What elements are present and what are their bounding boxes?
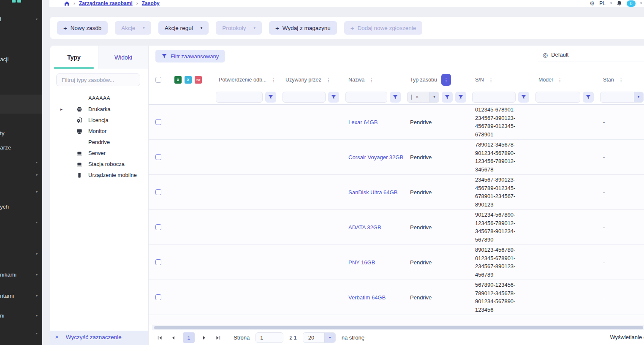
row-checkbox[interactable] — [155, 224, 161, 230]
sidebar-item[interactable]: ntami ▾ — [0, 293, 42, 301]
sidebar-item[interactable]: ▾ — [0, 219, 42, 228]
column-menu-icon[interactable]: ⋮ — [369, 77, 375, 83]
export-csv-icon[interactable]: X — [185, 76, 192, 84]
sidebar-item[interactable]: ▾ — [0, 330, 42, 339]
column-menu-icon[interactable]: ⋮ — [326, 77, 332, 83]
asset-name-link[interactable]: PNY 16GB — [348, 259, 375, 266]
next-page-button[interactable] — [201, 334, 208, 342]
current-page-button[interactable]: 1 — [183, 332, 195, 343]
clear-filter-button-typ-zasobu[interactable] — [455, 92, 466, 103]
sidebar-item[interactable]: ty — [0, 130, 42, 139]
first-page-button[interactable] — [156, 334, 163, 342]
column-menu-icon[interactable]: ⋮ — [557, 77, 563, 83]
column-header-stan[interactable]: Stan — [603, 77, 614, 83]
column-header-typ-zasobu[interactable]: Typ zasobu — [410, 77, 437, 83]
filter-input-uzywany-przez[interactable] — [283, 92, 326, 103]
chevron-down-icon[interactable]: ▾ — [429, 92, 439, 102]
chevron-down-icon[interactable]: ▾ — [634, 92, 643, 102]
tree-item-licencja[interactable]: Licencja — [50, 115, 148, 126]
column-menu-active-button[interactable]: ⋮ — [441, 74, 451, 86]
filter-button-uzywany-przez[interactable] — [328, 92, 339, 103]
sidebar-item[interactable]: ▾ — [0, 251, 42, 259]
filter-input-potwierdzenie[interactable] — [216, 92, 263, 103]
sidebar-item[interactable]: ych — [0, 204, 42, 212]
table-row[interactable]: 456789-012345- — [149, 315, 644, 325]
row-checkbox[interactable] — [155, 154, 161, 160]
asset-name-link[interactable]: Corsair Voyager 32GB — [348, 154, 403, 160]
tree-item-drukarka[interactable]: ▸ Drukarka — [50, 104, 148, 115]
prev-page-button[interactable] — [169, 334, 177, 342]
column-header-model[interactable]: Model — [538, 77, 553, 83]
type-filter-input[interactable] — [56, 73, 140, 86]
tree-item-pendrive[interactable]: Pendrive — [50, 137, 148, 148]
select-all-checkbox[interactable] — [155, 77, 161, 83]
tree-item-monitor[interactable]: Monitor — [50, 126, 148, 137]
column-header-nazwa[interactable]: Nazwa — [348, 77, 364, 83]
table-row[interactable]: ADATA 32GB Pendrive 901234-567890-123456… — [149, 210, 644, 245]
actions-button[interactable]: Akcje ▾ — [115, 21, 151, 35]
filter-input-sn[interactable] — [472, 92, 516, 103]
tree-item-stacja-robocza[interactable]: Stacja robocza — [50, 159, 148, 170]
sidebar-item[interactable]: acji — [0, 56, 42, 65]
row-checkbox[interactable] — [155, 189, 161, 195]
sidebar-item[interactable]: ni ▾ — [0, 312, 42, 321]
row-checkbox[interactable] — [155, 119, 161, 125]
gear-icon[interactable]: ⚙ — [590, 0, 595, 6]
sidebar-active-item[interactable] — [0, 95, 42, 114]
advanced-filter-button[interactable]: Filtr zaawansowany — [155, 50, 225, 62]
table-row[interactable]: Corsair Voyager 32GB Pendrive 789012-345… — [149, 140, 644, 175]
rule-actions-button[interactable]: Akcje reguł ▾ — [158, 21, 209, 35]
home-icon[interactable] — [64, 1, 70, 6]
table-row[interactable]: SanDisk Ultra 64GB Pendrive 234567-89012… — [149, 175, 644, 210]
tab-widoki[interactable]: Widoki — [98, 46, 148, 69]
column-header-sn[interactable]: S/N — [475, 77, 484, 83]
sidebar-item[interactable]: ▾ — [0, 172, 42, 180]
filter-input-nazwa[interactable] — [345, 92, 387, 103]
protocols-button[interactable]: Protokoły ▾ — [216, 21, 262, 35]
export-xlsx-icon[interactable]: X — [174, 76, 182, 84]
clear-value-icon[interactable]: × — [416, 94, 419, 100]
row-checkbox[interactable] — [155, 259, 161, 265]
breadcrumb-link-zasoby[interactable]: Zasoby — [142, 0, 160, 6]
notification-badge[interactable]: 0 — [627, 0, 636, 7]
last-page-button[interactable] — [214, 334, 222, 342]
filter-button-typ-zasobu[interactable] — [442, 92, 453, 103]
asset-name-link[interactable]: SanDisk Ultra 64GB — [348, 189, 397, 196]
page-input[interactable] — [255, 332, 283, 343]
expand-arrow-icon[interactable]: ▸ — [60, 107, 62, 112]
breadcrumb-link-zarzadzanie[interactable]: Zarządzanie zasobami — [79, 0, 133, 6]
chevron-down-icon[interactable]: ▾ — [610, 2, 612, 5]
filter-button-sn[interactable] — [518, 92, 529, 103]
table-row[interactable]: Lexar 64GB Pendrive 012345-678901-234567… — [149, 105, 644, 140]
asset-name-link[interactable]: Lexar 64GB — [348, 119, 378, 125]
sidebar-item[interactable]: i ▾ — [0, 16, 42, 24]
column-menu-icon[interactable]: ⋮ — [488, 77, 494, 83]
column-header-potwierdzenie[interactable]: Potwierdzenie odb... — [219, 77, 266, 83]
filter-combo-typ-zasobu[interactable]: × ▾ — [407, 92, 439, 103]
column-menu-icon[interactable]: ⋮ — [271, 77, 277, 83]
horizontal-scrollbar[interactable] — [152, 325, 644, 330]
view-selector[interactable]: ◎ Default — [538, 52, 644, 62]
scrollbar-thumb[interactable] — [154, 326, 643, 329]
tree-item-aaaaaa[interactable]: AAAAAA — [50, 93, 148, 104]
table-row[interactable]: PNY 16GB Pendrive 890123-456789-012345-6… — [149, 245, 644, 280]
sidebar-item[interactable]: nikami ▾ — [0, 272, 42, 280]
tree-item-serwer[interactable]: Serwer — [50, 148, 148, 159]
language-selector[interactable]: PL — [599, 0, 606, 6]
filter-button-model[interactable] — [583, 92, 594, 103]
add-ticket-button[interactable]: + Dodaj nowe zgłoszenie — [344, 21, 423, 35]
sidebar-item[interactable]: ▾ — [0, 159, 42, 168]
sidebar-item[interactable]: arze — [0, 144, 42, 153]
issue-from-warehouse-button[interactable]: + Wydaj z magazynu — [269, 21, 337, 35]
filter-select-stan[interactable]: ▾ — [600, 92, 644, 103]
row-checkbox[interactable] — [155, 294, 161, 300]
table-row[interactable]: Verbatim 64GB Pendrive 567890-123456-789… — [149, 280, 644, 315]
tree-item-urzadzenie-mobilne[interactable]: Urządzenie mobilne — [50, 170, 148, 181]
filter-button-nazwa[interactable] — [390, 92, 401, 103]
column-header-uzywany-przez[interactable]: Używany przez — [285, 77, 321, 83]
new-asset-button[interactable]: + Nowy zasób — [57, 21, 108, 35]
tab-typy[interactable]: Typy — [50, 46, 98, 69]
column-menu-icon[interactable]: ⋮ — [618, 77, 624, 83]
clear-selection-button[interactable]: × Wyczyść zaznaczenie — [50, 334, 148, 340]
filter-input-model[interactable] — [535, 92, 580, 103]
